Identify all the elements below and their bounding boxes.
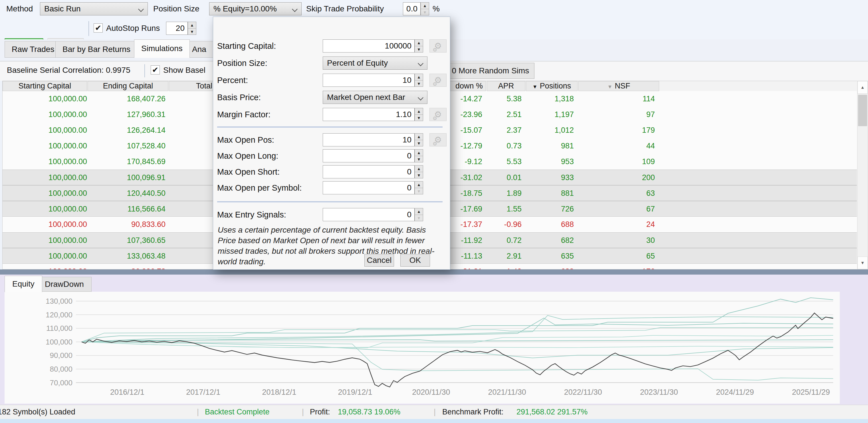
starting-capital-stepper[interactable]: ▲▼ xyxy=(414,39,423,53)
percent-stepper[interactable]: ▲▼ xyxy=(414,73,423,87)
tab-equity[interactable]: Equity xyxy=(5,276,42,292)
max-open-per-symbol-stepper[interactable]: ▲▼ xyxy=(414,181,423,194)
col-ending-capital[interactable]: Ending Capital xyxy=(88,81,168,91)
starting-capital-gear-icon[interactable]: ⚙⚙ xyxy=(429,39,446,53)
toolbar-run-settings: Method Basic Run Position Size % Equity=… xyxy=(0,0,868,18)
method-select[interactable]: Basic Run xyxy=(40,2,148,16)
percent-label: Percent: xyxy=(217,73,248,87)
cell-nsf: 63 xyxy=(581,185,655,201)
basis-price-label: Basis Price: xyxy=(217,91,261,104)
skip-trade-probability-label: Skip Trade Probability xyxy=(306,2,384,16)
cell-nsf: 114 xyxy=(581,91,655,107)
percent-input[interactable]: 10 xyxy=(323,73,414,87)
max-entry-signals-input[interactable]: 0 xyxy=(323,208,414,221)
margin-factor-stepper[interactable]: ▲▼ xyxy=(414,108,423,121)
x-axis-tick-label: 2019/12/1 xyxy=(338,388,372,396)
autostop-runs-stepper[interactable]: ▲ ▼ xyxy=(188,22,196,35)
cell-nsf: 200 xyxy=(581,170,655,185)
autostop-runs-input[interactable]: 20 xyxy=(166,22,188,35)
position-size-field-select[interactable]: Percent of Equity xyxy=(323,57,428,70)
max-open-pos-stepper[interactable]: ▲▼ xyxy=(414,133,423,146)
basis-price-select[interactable]: Market Open next Bar xyxy=(323,91,428,104)
y-axis-tick-label: 80,000 xyxy=(50,365,72,373)
x-axis-tick-label: 2020/11/30 xyxy=(412,388,450,396)
cell-nsf: 24 xyxy=(581,217,655,232)
max-open-short-input[interactable]: 0 xyxy=(323,165,414,178)
cell-starting: 100,000.00 xyxy=(13,122,87,138)
cell-ending: 107,528.40 xyxy=(91,138,165,154)
cell-positions: 682 xyxy=(500,233,574,248)
cell-positions: 981 xyxy=(500,138,574,154)
tab-bar-by-bar-returns[interactable]: Bar by Bar Returns xyxy=(55,41,137,58)
cell-nsf: 176 xyxy=(581,264,655,269)
scrollbar-thumb[interactable] xyxy=(858,95,867,126)
cell-positions: 1,012 xyxy=(500,122,574,138)
y-axis-tick-label: 70,000 xyxy=(50,379,72,387)
cell-ending: 120,440.50 xyxy=(91,185,165,201)
x-axis-tick-label: 2021/11/30 xyxy=(488,388,526,396)
spin-down-icon[interactable]: ▼ xyxy=(188,28,196,34)
bottom-strip xyxy=(0,419,868,423)
max-open-short-label: Max Open Short: xyxy=(217,165,280,178)
margin-factor-label: Margin Factor: xyxy=(217,108,271,121)
show-baseline-checkbox[interactable]: ✔ xyxy=(151,65,160,74)
horizontal-splitter[interactable] xyxy=(0,269,868,275)
tab-simulations[interactable]: Simulations xyxy=(134,39,190,58)
skip-trade-probability-stepper[interactable]: ▲ ▼ xyxy=(421,2,429,16)
spin-up-icon[interactable]: ▲ xyxy=(188,22,196,28)
chevron-down-icon xyxy=(418,95,424,100)
max-open-pos-input[interactable]: 10 xyxy=(323,133,414,146)
cell-ending: 107,360.65 xyxy=(91,233,165,248)
col-starting-capital[interactable]: Starting Capital xyxy=(3,81,87,91)
percent-gear-icon[interactable]: ⚙⚙ xyxy=(429,73,446,87)
cell-ending: 133,063.48 xyxy=(91,248,165,264)
table-scrollbar[interactable]: ▲ ▼ xyxy=(857,81,868,269)
autostop-label: AutoStop Runs xyxy=(106,22,160,35)
more-random-sims-button[interactable]: 0 More Random Sims xyxy=(446,63,534,79)
spin-up-icon[interactable]: ▲ xyxy=(421,3,429,9)
cell-starting: 100,000.00 xyxy=(13,248,87,264)
spin-down-icon[interactable]: ▼ xyxy=(421,9,429,15)
col-apr[interactable]: APR xyxy=(487,81,525,91)
cell-starting: 100,000.00 xyxy=(13,233,87,248)
max-open-pos-gear-icon[interactable]: ⚙⚙ xyxy=(429,133,446,146)
cell-positions: 1,318 xyxy=(500,91,574,107)
cell-nsf: 30 xyxy=(581,233,655,248)
y-axis-tick-label: 100,000 xyxy=(45,338,72,346)
margin-factor-gear-icon[interactable]: ⚙⚙ xyxy=(429,108,446,121)
col-positions[interactable]: ▼Positions xyxy=(526,81,578,91)
chevron-down-icon xyxy=(292,6,298,12)
sort-desc-icon: ▼ xyxy=(532,84,537,90)
tab-raw-trades[interactable]: Raw Trades xyxy=(5,41,61,58)
ok-button[interactable]: OK xyxy=(400,254,430,267)
tab-drawdown[interactable]: DrawDown xyxy=(37,277,92,292)
cell-starting: 100,000.00 xyxy=(13,264,87,269)
max-entry-signals-stepper[interactable]: ▲▼ xyxy=(414,208,423,221)
cell-positions: 1,197 xyxy=(500,107,574,122)
scroll-up-icon[interactable]: ▲ xyxy=(858,81,868,94)
cell-positions: 881 xyxy=(500,185,574,201)
cell-nsf: 97 xyxy=(581,107,655,122)
margin-factor-input[interactable]: 1.10 xyxy=(323,108,414,121)
max-open-short-stepper[interactable]: ▲▼ xyxy=(414,165,423,178)
col-nsf[interactable]: ▼NSF xyxy=(578,81,659,91)
max-entry-signals-label: Max Entry Signals: xyxy=(217,208,286,221)
cell-starting: 100,000.00 xyxy=(13,91,87,107)
skip-trade-probability-input[interactable]: 0.0 xyxy=(403,2,421,16)
starting-capital-input[interactable]: 100000 xyxy=(323,39,414,53)
col-total[interactable]: Total xyxy=(169,81,215,91)
cell-nsf: 44 xyxy=(581,138,655,154)
max-open-per-symbol-input[interactable]: 0 xyxy=(323,181,414,194)
cell-nsf: 65 xyxy=(581,248,655,264)
position-size-select[interactable]: % Equity=10.00% xyxy=(209,2,302,16)
cancel-button[interactable]: Cancel xyxy=(364,254,394,267)
cell-starting: 100,000.00 xyxy=(13,185,87,201)
position-size-label: Position Size xyxy=(153,2,199,16)
cell-positions: 633 xyxy=(500,264,574,269)
autostop-checkbox[interactable]: ✔ xyxy=(94,23,103,33)
series-sim-1 xyxy=(82,298,833,342)
cell-ending: 170,845.69 xyxy=(91,154,165,170)
scroll-down-icon[interactable]: ▼ xyxy=(858,256,868,269)
max-open-long-stepper[interactable]: ▲▼ xyxy=(414,149,423,162)
max-open-long-input[interactable]: 0 xyxy=(323,149,414,162)
